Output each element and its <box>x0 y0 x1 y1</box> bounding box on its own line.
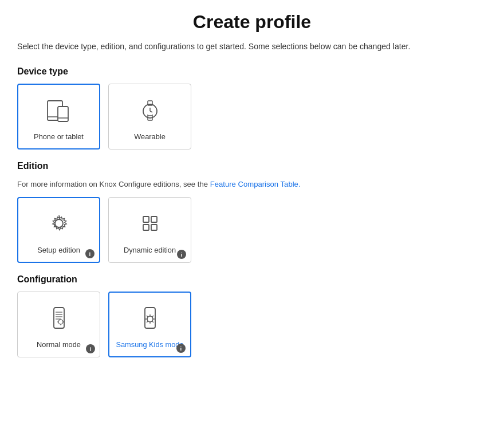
phone-tablet-label: Phone or tablet <box>34 132 84 141</box>
edition-info: For more information on Knox Configure e… <box>17 178 487 190</box>
card-normal-mode[interactable]: Normal mode i <box>17 292 100 357</box>
svg-line-37 <box>147 321 148 322</box>
wearable-label: Wearable <box>134 132 166 141</box>
device-type-options: Phone or tablet <box>17 84 487 149</box>
configuration-options: Normal mode i <box>17 292 487 357</box>
configuration-section: Configuration <box>17 274 487 357</box>
kids-mode-icon <box>135 303 165 336</box>
kids-mode-label: Samsung Kids mode <box>116 340 183 349</box>
card-phone-tablet[interactable]: Phone or tablet <box>17 84 100 149</box>
page-subtitle: Select the device type, edition, and con… <box>17 41 487 53</box>
normal-mode-icon <box>44 303 74 336</box>
edition-label: Edition <box>17 161 487 171</box>
kids-mode-info-icon[interactable]: i <box>176 344 186 353</box>
edition-options: Setup edition i Dynamic edition i <box>17 197 487 263</box>
svg-rect-15 <box>151 217 157 222</box>
normal-mode-info-icon[interactable]: i <box>86 344 95 353</box>
page-title: Create profile <box>17 11 487 33</box>
svg-rect-2 <box>58 107 68 121</box>
svg-rect-28 <box>145 308 155 328</box>
setup-edition-icon <box>44 208 74 241</box>
feature-comparison-link[interactable]: Feature Comparison Table. <box>210 180 301 188</box>
card-samsung-kids-mode[interactable]: Samsung Kids mode i <box>108 292 191 357</box>
svg-rect-16 <box>143 225 149 230</box>
svg-point-29 <box>147 316 153 322</box>
setup-edition-info-icon[interactable]: i <box>85 249 94 258</box>
card-setup-edition[interactable]: Setup edition i <box>17 197 100 263</box>
configuration-label: Configuration <box>17 274 487 285</box>
dynamic-edition-label: Dynamic edition <box>124 246 176 254</box>
svg-line-36 <box>152 316 153 317</box>
setup-edition-label: Setup edition <box>37 246 80 254</box>
svg-point-23 <box>58 320 63 324</box>
svg-line-35 <box>152 321 153 322</box>
card-wearable[interactable]: Wearable <box>108 84 191 149</box>
svg-line-12 <box>150 111 152 112</box>
device-type-label: Device type <box>17 66 487 77</box>
svg-rect-17 <box>151 225 157 230</box>
dynamic-edition-icon <box>135 208 165 241</box>
dynamic-edition-info-icon[interactable]: i <box>177 250 186 259</box>
svg-rect-14 <box>143 217 149 222</box>
svg-rect-18 <box>54 308 64 328</box>
wearable-icon <box>135 95 165 128</box>
edition-section: Edition For more information on Knox Con… <box>17 161 487 263</box>
svg-line-34 <box>147 316 148 317</box>
device-type-section: Device type Phone or tablet <box>17 66 487 149</box>
phone-tablet-icon <box>44 95 74 128</box>
normal-mode-label: Normal mode <box>37 340 81 349</box>
card-dynamic-edition[interactable]: Dynamic edition i <box>108 197 191 263</box>
